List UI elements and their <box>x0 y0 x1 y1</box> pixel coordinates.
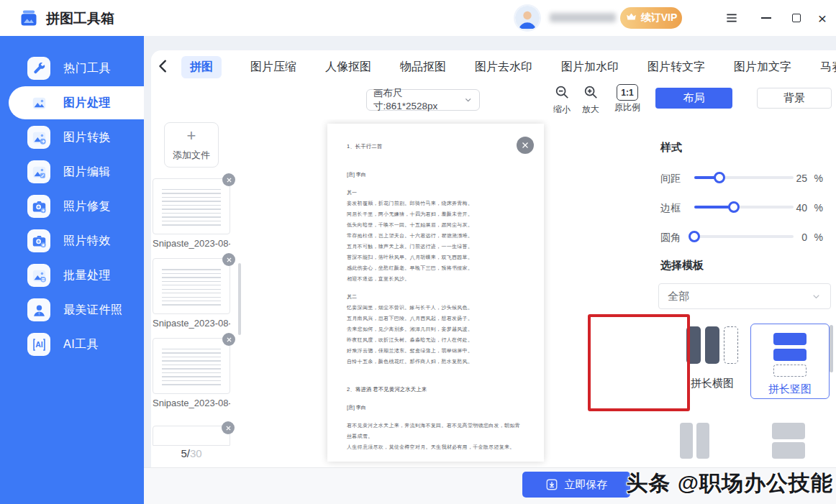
bottom-bar: 立即保存 <box>144 467 836 504</box>
feature-tab[interactable]: 图片转文字 <box>648 56 705 78</box>
template-option-two-rows[interactable] <box>772 423 805 459</box>
user-avatar[interactable] <box>515 6 540 30</box>
scrollbar[interactable] <box>238 263 241 335</box>
sidebar-item[interactable]: 最美证件照 <box>0 293 144 326</box>
zoom-out-icon <box>554 84 570 100</box>
feature-tab[interactable]: 图片加文字 <box>734 56 791 78</box>
batch-process-icon <box>27 264 50 287</box>
document-line: 妾发初覆额，折花门前剧。郎骑竹马来，绕床弄青梅。 <box>347 198 524 209</box>
style-slider-row: 圆角 0 % <box>640 223 836 252</box>
slider-track[interactable] <box>694 235 794 238</box>
feature-tab[interactable]: 图片去水印 <box>475 56 532 78</box>
document-line: 忆妾深闺里，烟尘不曾识。嫁与长干人，沙头候风色。 <box>347 302 524 313</box>
layout-button[interactable]: 布局 <box>655 88 732 109</box>
scrollbar[interactable] <box>830 325 833 372</box>
file-thumbnail-partial[interactable] <box>153 426 230 446</box>
document-line: 去来悲如何，见少离别多。湘潭几日到，妾梦越风波。 <box>347 324 524 334</box>
slider-knob[interactable] <box>728 201 740 213</box>
id-photo-icon <box>27 298 50 321</box>
document-line <box>347 367 524 384</box>
image-convert-icon <box>27 126 50 149</box>
save-now-button[interactable]: 立即保存 <box>522 472 630 498</box>
canvas-size-dropdown[interactable]: 画布尺寸:861*2528px <box>366 89 480 111</box>
template-section-title: 选择模板 <box>660 259 704 272</box>
background-button[interactable]: 背景 <box>757 88 832 109</box>
zoom-out-button[interactable]: 缩小 <box>546 84 578 116</box>
feature-tab[interactable]: 拼图 <box>181 56 222 78</box>
image-edit-icon <box>27 160 50 183</box>
zoom-in-button[interactable]: 放大 <box>575 84 606 116</box>
document-line: 自怜十五余，颜色桃花红。那作商人妇，愁水复愁风。 <box>347 356 524 367</box>
document-line <box>347 413 524 420</box>
remove-page-icon[interactable] <box>517 137 534 154</box>
sidebar-item[interactable]: 图片转换 <box>0 121 144 154</box>
document-line: 其二 <box>347 291 524 302</box>
titlebar: 拼图工具箱 续订VIP × <box>0 0 836 36</box>
remove-file-icon[interactable] <box>222 253 235 266</box>
slider-track[interactable] <box>694 176 794 179</box>
style-panel: 样式 间距 25 % 边框 40 % <box>640 119 836 467</box>
close-button[interactable]: × <box>810 0 835 36</box>
document-line <box>347 395 524 402</box>
sidebar-item[interactable]: 图片处理 <box>0 86 144 119</box>
sidebar-item[interactable]: 照片特效 <box>0 224 144 257</box>
thumbnail-preview <box>153 258 230 314</box>
slider-knob[interactable] <box>689 231 700 242</box>
app-title: 拼图工具箱 <box>46 9 114 28</box>
slider-track[interactable] <box>694 206 794 209</box>
template-option-two-columns[interactable] <box>680 423 709 459</box>
sidebar-item[interactable]: 图片编辑 <box>0 155 144 188</box>
document-line: 苔深不能扫，落叶秋风早。八月胡蝶来，双飞西园草。 <box>347 252 524 262</box>
sidebar-item[interactable]: 照片修复 <box>0 190 144 223</box>
username-blurred <box>550 13 616 22</box>
document-line: [唐] 李白 <box>347 169 524 180</box>
minimize-button[interactable] <box>754 0 778 36</box>
add-file-button[interactable]: + 添加文件 <box>164 122 219 168</box>
hot-tools-icon <box>27 57 50 80</box>
feature-tab[interactable]: 图片压缩 <box>250 56 296 78</box>
photo-repair-icon <box>27 195 50 218</box>
document-line: 感此伤妾心，坐愁红颜老。早晚下三巴，预将书报家。 <box>347 262 524 273</box>
menu-icon[interactable] <box>719 0 744 36</box>
template-filter-dropdown[interactable]: 全部 <box>658 283 831 309</box>
zoom-in-icon <box>583 84 599 100</box>
remove-file-icon[interactable] <box>222 173 235 186</box>
maximize-button[interactable] <box>784 0 809 36</box>
feature-tab[interactable]: 人像抠图 <box>325 56 371 78</box>
file-thumbnail[interactable]: Snipaste_2023-08-1... <box>153 258 230 329</box>
back-chevron-icon[interactable] <box>155 58 174 75</box>
template-option-horizontal[interactable]: 拼长横图 <box>665 326 759 390</box>
renew-vip-button[interactable]: 续订VIP <box>620 7 682 29</box>
file-thumbnail[interactable]: Snipaste_2023-08-1... <box>153 178 230 249</box>
tabbar: 拼图图片压缩人像抠图物品抠图图片去水印图片加水印图片转文字图片加文字马赛克 <box>151 50 836 83</box>
plus-icon: + <box>187 128 196 144</box>
horizontal-stitch-icon <box>665 326 759 367</box>
document-line <box>347 152 524 169</box>
remove-file-icon[interactable] <box>222 333 235 346</box>
template-option-vertical-selected[interactable]: 拼长竖图 <box>750 324 830 399</box>
thumbnail-preview <box>153 338 230 394</box>
remove-file-icon[interactable] <box>222 421 235 434</box>
document-line: 昨夜狂风度，吹折江头树。淼淼暗无边，行人在何处。 <box>347 334 524 345</box>
feature-tab[interactable]: 物品抠图 <box>400 56 446 78</box>
toolbar: 画布尺寸:861*2528px 缩小 放大 1:1 原比例 布局 背景 <box>151 83 836 119</box>
document-line: 低头向暗壁，千唤不一回。十五始展眉，愿同尘与灰。 <box>347 219 524 230</box>
document-preview[interactable]: 1、长干行二首[唐] 李白其一妾发初覆额，折花门前剧。郎骑竹马来，绕床弄青梅。同… <box>327 124 544 462</box>
sidebar-item[interactable]: AI AI工具 <box>0 328 144 361</box>
sidebar-item[interactable]: 热门工具 <box>0 52 144 85</box>
slider-knob[interactable] <box>714 172 725 183</box>
sidebar-item[interactable]: 批量处理 <box>0 259 144 292</box>
original-ratio-button[interactable]: 1:1 原比例 <box>612 84 643 114</box>
document-line <box>347 180 524 187</box>
ai-tools-icon: AI <box>27 333 50 356</box>
image-process-icon <box>27 91 50 114</box>
document-line: 同居长干里，两小无嫌猜，十四为君妇，羞颜未尝开。 <box>347 209 524 219</box>
feature-tab[interactable]: 马赛克 <box>820 56 836 78</box>
file-thumbnail[interactable]: Snipaste_2023-08-1... <box>153 338 230 408</box>
canvas-area: 1、长干行二首[唐] 李白其一妾发初覆额，折花门前剧。郎骑竹马来，绕床弄青梅。同… <box>243 119 640 467</box>
feature-tab[interactable]: 图片加水印 <box>561 56 619 78</box>
document-line: 五月南风兴，思君下巴陵。八月西风起，想君发扬子。 <box>347 313 524 324</box>
document-line <box>347 284 524 291</box>
sidebar: 热门工具 图片处理 图片转换 图片编辑 照片修复 照片特效 <box>0 36 144 504</box>
photo-effects-icon <box>27 229 50 252</box>
